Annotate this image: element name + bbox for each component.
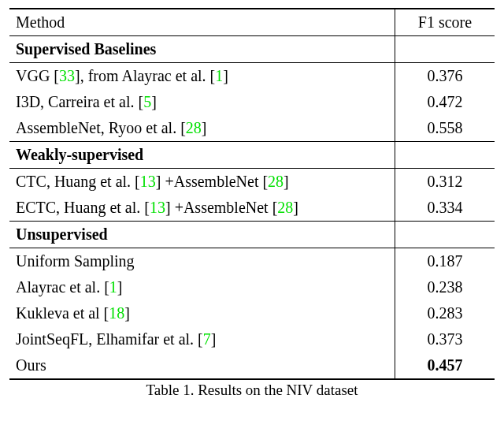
score-cell: 0.376 [395, 63, 495, 90]
table-row: CTC, Huang et al. [13] +AssembleNet [28]… [9, 169, 495, 196]
score-cell: 0.187 [395, 248, 495, 275]
score-cell: 0.334 [395, 195, 495, 222]
section-unsupervised: Unsupervised [9, 222, 495, 248]
method-cell: CTC, Huang et al. [13] +AssembleNet [28] [9, 169, 395, 196]
method-cell: AssembleNet, Ryoo et al. [28] [9, 115, 395, 142]
score-cell: 0.283 [395, 300, 495, 326]
table-caption: Table 1. Results on the NIV dataset [9, 380, 495, 399]
score-cell: 0.312 [395, 169, 495, 196]
citation[interactable]: 28 [268, 173, 284, 190]
method-cell: Alayrac et al. [1] [9, 274, 395, 300]
section-title: Supervised Baselines [9, 36, 395, 63]
method-cell: VGG [33], from Alayrac et al. [1] [9, 63, 395, 90]
section-weakly: Weakly-supervised [9, 142, 495, 169]
citation[interactable]: 28 [277, 199, 293, 216]
table-row: VGG [33], from Alayrac et al. [1] 0.376 [9, 63, 495, 90]
score-cell: 0.472 [395, 89, 495, 115]
section-title: Unsupervised [9, 222, 395, 248]
score-cell: 0.373 [395, 326, 495, 352]
score-cell: 0.238 [395, 274, 495, 300]
results-table: Method F1 score Supervised Baselines VGG… [9, 8, 495, 380]
citation[interactable]: 7 [203, 330, 211, 348]
method-cell: JointSeqFL, Elhamifar et al. [7] [9, 326, 395, 352]
citation[interactable]: 28 [186, 119, 202, 136]
citation[interactable]: 13 [140, 173, 156, 190]
method-cell: Ours [9, 352, 395, 379]
table-row: Kukleva et al [18] 0.283 [9, 300, 495, 326]
header-method: Method [9, 9, 395, 36]
method-cell: Uniform Sampling [9, 248, 395, 275]
table-row: AssembleNet, Ryoo et al. [28] 0.558 [9, 115, 495, 142]
method-cell: Kukleva et al [18] [9, 300, 395, 326]
header-score: F1 score [395, 9, 495, 36]
section-supervised: Supervised Baselines [9, 36, 495, 63]
table-row: Alayrac et al. [1] 0.238 [9, 274, 495, 300]
method-cell: ECTC, Huang et al. [13] +AssembleNet [28… [9, 195, 395, 222]
score-cell: 0.457 [395, 352, 495, 379]
citation[interactable]: 1 [109, 278, 117, 296]
table-row: I3D, Carreira et al. [5] 0.472 [9, 89, 495, 115]
method-cell: I3D, Carreira et al. [5] [9, 89, 395, 115]
citation[interactable]: 18 [109, 304, 124, 322]
table-header-row: Method F1 score [9, 9, 495, 36]
table-row: JointSeqFL, Elhamifar et al. [7] 0.373 [9, 326, 495, 352]
citation[interactable]: 1 [215, 67, 223, 84]
section-title: Weakly-supervised [9, 142, 395, 169]
citation[interactable]: 13 [150, 199, 165, 216]
score-cell: 0.558 [395, 115, 495, 142]
citation[interactable]: 33 [59, 67, 75, 84]
table-row: Uniform Sampling 0.187 [9, 248, 495, 275]
table-row: Ours 0.457 [9, 352, 495, 379]
table-row: ECTC, Huang et al. [13] +AssembleNet [28… [9, 195, 495, 222]
citation[interactable]: 5 [143, 93, 151, 110]
